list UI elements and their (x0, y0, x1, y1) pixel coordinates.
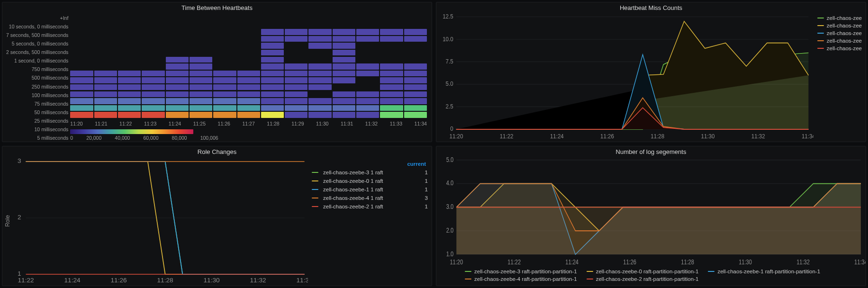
svg-text:5.0: 5.0 (446, 156, 453, 163)
legend-label[interactable]: zell-chaos-zeebe-2 1 raft (323, 204, 402, 209)
legend-label[interactable]: zell-chaos-zeebe-3 1 raft (323, 170, 402, 175)
panel-role-changes[interactable]: Role Changes 123Role11:2211:2411:2611:28… (2, 146, 432, 286)
role-chart: 123Role11:2211:2411:2611:2811:3011:3211:… (2, 156, 308, 286)
heatmap-cell (285, 84, 307, 90)
heatmap-cell (142, 84, 164, 90)
heatmap-cell (404, 29, 427, 35)
heatmap-cell (285, 43, 307, 48)
heatmap-cell (190, 112, 212, 117)
legend-header-current: current (407, 161, 428, 167)
heatmap-cell (190, 15, 212, 21)
heatmap-cell (118, 63, 141, 69)
heatmap-cell (356, 43, 379, 48)
heatmap-cell (142, 77, 164, 83)
heatmap-cell (380, 43, 403, 48)
legend-label[interactable]: zell-chaos-zeebe-0 1 raft (323, 178, 402, 184)
svg-text:11:24: 11:24 (565, 258, 579, 266)
svg-text:10.0: 10.0 (443, 36, 453, 43)
legend-label[interactable]: zell-chaos-zeebe-4 1 raft (323, 195, 402, 201)
heatmap-cell (356, 36, 379, 42)
heatmap-cell (404, 112, 427, 117)
legend-item[interactable]: zell-chaos-zee (817, 38, 862, 44)
svg-text:1.0: 1.0 (446, 250, 453, 258)
heatmap-cell (213, 98, 236, 104)
heatmap-y-label: 10 milliseconds (35, 126, 69, 132)
panel-log-segments[interactable]: Number of log segements 1.02.03.04.05.01… (436, 146, 866, 286)
heatmap-cell (142, 22, 164, 28)
legend-item[interactable]: zell-chaos-zee (817, 23, 862, 28)
heatmap-cell (166, 112, 189, 117)
role-legend: currentzell-chaos-zeebe-3 1 raft1zell-ch… (308, 156, 432, 286)
heatmap-cell (333, 57, 355, 63)
heatmap-cell (237, 29, 260, 35)
heatmap-cell (356, 63, 379, 69)
legend-value: 1 (407, 178, 428, 184)
heatmap-y-label: 100 milliseconds (32, 92, 69, 98)
heatmap-cell (94, 84, 117, 90)
legend-item[interactable]: zell-chaos-zeebe-4 raft-partition-partit… (465, 276, 577, 282)
heatmap-cell (261, 98, 284, 104)
legend-swatch (312, 206, 318, 207)
svg-text:1: 1 (18, 270, 21, 277)
svg-text:4.0: 4.0 (446, 179, 453, 187)
heatmap-cell (94, 36, 117, 42)
heatmap-y-label: 7 seconds, 500 milliseconds (6, 32, 68, 38)
heatmap-cell (142, 50, 164, 55)
legend-item[interactable]: zell-chaos-zeebe-1 raft-partition-partit… (708, 269, 820, 274)
heatmap-cell (237, 50, 260, 55)
miss-legend: zell-chaos-zeezell-chaos-zeezell-chaos-z… (814, 12, 866, 142)
heatmap-cell (333, 71, 355, 76)
heatmap-cell (142, 15, 164, 21)
svg-text:11:28: 11:28 (651, 133, 664, 140)
heatmap-cell (404, 22, 427, 28)
heatmap-cell (261, 15, 284, 21)
heatmap-cell (190, 63, 212, 69)
heatmap-cell (261, 105, 284, 111)
heatmap-cell (285, 29, 307, 35)
heatmap-x-label: 11:22 (119, 121, 132, 126)
heatmap-cell (380, 22, 403, 28)
legend-item[interactable]: zell-chaos-zee (817, 30, 862, 36)
legend-label[interactable]: zell-chaos-zeebe-1 1 raft (323, 187, 402, 192)
heatmap-cell (213, 105, 236, 111)
heatmap-cell (213, 57, 236, 63)
heatmap-cell (356, 71, 379, 76)
heatmap-cell (356, 112, 379, 117)
svg-text:11:34: 11:34 (854, 258, 866, 266)
svg-text:11:28: 11:28 (681, 258, 694, 266)
heatmap-cell (308, 50, 331, 55)
panel-title: Heartbeat Miss Counts (436, 2, 866, 12)
legend-item[interactable]: zell-chaos-zeebe-2 raft-partition-partit… (587, 276, 699, 282)
heatmap-cell (308, 43, 331, 48)
heatmap-cell (166, 105, 189, 111)
heatmap-cell (70, 98, 93, 104)
legend-label: zell-chaos-zee (827, 23, 862, 28)
panel-time-between-heartbeats[interactable]: Time Between Heartbeats +Inf10 seconds, … (2, 2, 432, 142)
svg-text:5.0: 5.0 (446, 81, 453, 88)
svg-text:11:34: 11:34 (296, 277, 308, 284)
heatmap-cell (356, 91, 379, 97)
colorbar-label: 100,006 (200, 135, 218, 141)
heatmap-cell (404, 50, 427, 55)
legend-item[interactable]: zell-chaos-zeebe-0 raft-partition-partit… (587, 269, 699, 274)
legend-swatch (817, 33, 824, 34)
heatmap-cell (213, 84, 236, 90)
heatmap-cell (118, 84, 141, 90)
legend-swatch (817, 40, 824, 41)
panel-heartbeat-miss-counts[interactable]: Heartbeat Miss Counts 02.55.07.510.012.5… (436, 2, 866, 142)
heatmap-cell (166, 91, 189, 97)
heatmap-cell (142, 112, 164, 117)
heatmap-cell (356, 22, 379, 28)
legend-item[interactable]: zell-chaos-zeebe-3 raft-partition-partit… (465, 269, 577, 274)
heatmap-cell (213, 43, 236, 48)
heatmap-cell (308, 22, 331, 28)
svg-text:11:32: 11:32 (250, 277, 266, 284)
legend-item[interactable]: zell-chaos-zee (817, 15, 862, 21)
svg-text:11:22: 11:22 (18, 277, 34, 284)
heatmap-cell (142, 43, 164, 48)
legend-item[interactable]: zell-chaos-zee (817, 45, 862, 51)
heatmap-cell (142, 105, 164, 111)
svg-text:11:32: 11:32 (796, 258, 810, 266)
heatmap-cell (190, 98, 212, 104)
heatmap-cell (285, 36, 307, 42)
